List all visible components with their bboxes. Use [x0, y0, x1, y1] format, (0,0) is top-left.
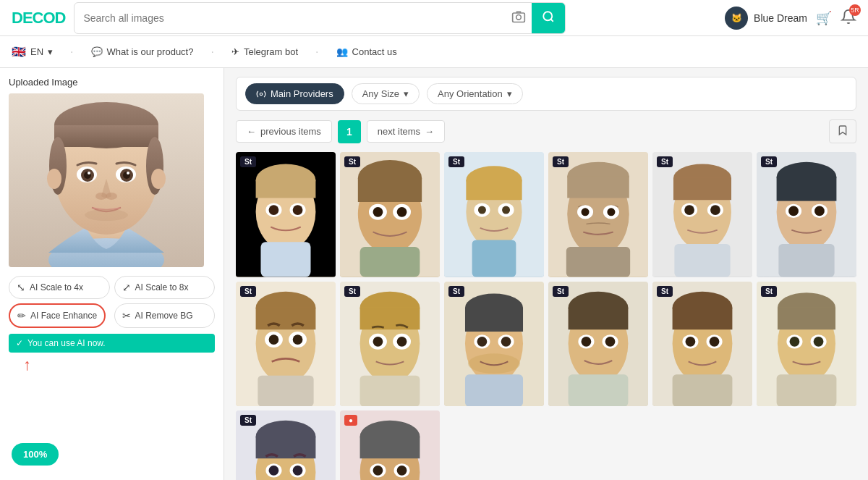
arrow-annotation: ↑ — [23, 355, 215, 374]
scale-8x-icon: ⤢ — [122, 282, 131, 293]
language-label: EN — [30, 46, 43, 57]
svg-point-39 — [373, 207, 383, 217]
svg-point-21 — [95, 193, 107, 200]
svg-point-57 — [582, 208, 590, 216]
prev-items-button[interactable]: ← previous items — [236, 120, 332, 143]
svg-rect-64 — [673, 178, 731, 200]
stock-badge: St — [553, 156, 569, 167]
search-input[interactable] — [75, 7, 506, 30]
svg-point-2 — [544, 12, 553, 20]
image-card[interactable]: St — [340, 282, 440, 407]
image-card[interactable]: St — [236, 282, 336, 407]
image-card[interactable]: St — [757, 282, 856, 407]
logo: DECOD — [12, 9, 65, 28]
svg-rect-28 — [256, 180, 316, 198]
svg-point-95 — [397, 336, 407, 346]
image-card[interactable]: St — [444, 282, 544, 407]
product-info-label: What is our product? — [107, 46, 194, 57]
orientation-filter-label: Any Orientation — [438, 88, 503, 99]
svg-point-150 — [397, 466, 407, 476]
stock-badge: St — [761, 286, 777, 297]
stock-badge: St — [761, 156, 777, 167]
svg-rect-51 — [472, 240, 516, 277]
image-card[interactable]: St — [444, 152, 544, 277]
right-panel: Main Providers Any Size ▾ Any Orientatio… — [224, 68, 868, 480]
main-providers-button[interactable]: Main Providers — [245, 83, 344, 104]
svg-point-123 — [710, 336, 720, 346]
search-button[interactable] — [532, 3, 565, 33]
next-items-label: next items — [378, 126, 420, 137]
image-card[interactable]: St — [340, 152, 440, 277]
svg-point-59 — [607, 208, 615, 216]
stock-badge: St — [657, 286, 673, 297]
svg-rect-33 — [261, 242, 311, 277]
ai-scale-4x-button[interactable]: ⤡ AI Scale to 4x — [9, 276, 110, 299]
zoom-button[interactable]: 100% — [12, 443, 59, 466]
stock-badge: St — [448, 156, 464, 167]
stock-badge: St — [657, 156, 673, 167]
image-card[interactable]: St — [652, 152, 752, 277]
ai-scale-4x-label: AI Scale to 4x — [30, 282, 83, 292]
svg-point-66 — [684, 205, 694, 215]
svg-rect-128 — [778, 307, 835, 329]
svg-point-41 — [397, 207, 407, 217]
stock-badge: St — [448, 286, 464, 297]
notification-bell[interactable]: 5R — [841, 9, 856, 28]
contact-link[interactable]: 👥 Contact us — [336, 46, 397, 57]
image-card[interactable]: St — [236, 152, 336, 277]
camera-button[interactable] — [506, 4, 532, 32]
image-card[interactable]: St — [548, 282, 648, 407]
ai-tools: ⤡ AI Scale to 4x ⤢ AI Scale to 8x ✏ AI F… — [9, 276, 215, 328]
size-chevron-icon: ▾ — [404, 88, 409, 99]
svg-rect-146 — [360, 437, 420, 458]
svg-point-93 — [373, 336, 383, 346]
ai-scale-8x-label: AI Scale to 8x — [135, 282, 189, 292]
language-selector[interactable]: 🇬🇧 EN ▾ — [12, 45, 53, 59]
svg-rect-133 — [777, 374, 837, 406]
svg-point-121 — [686, 336, 696, 346]
stock-badge: St — [553, 286, 569, 297]
prev-arrow-icon: ← — [247, 126, 256, 137]
image-grid: St St — [236, 152, 856, 480]
svg-rect-78 — [778, 244, 834, 277]
svg-rect-115 — [569, 374, 629, 406]
ai-face-enhance-label: AI Face Enhance — [30, 311, 97, 321]
svg-point-1 — [516, 15, 522, 20]
svg-point-148 — [373, 466, 383, 476]
svg-point-12 — [151, 169, 166, 189]
scale-4x-icon: ⤡ — [17, 282, 25, 293]
product-info-link[interactable]: 💬 What is our product? — [91, 46, 194, 57]
image-card[interactable]: ● — [340, 410, 440, 480]
svg-rect-69 — [674, 244, 730, 277]
image-card[interactable]: St — [652, 282, 752, 407]
ai-remove-bg-button[interactable]: ✂ AI Remove BG — [114, 303, 216, 328]
telegram-link[interactable]: ✈ Telegram bot — [231, 46, 298, 57]
ai-notice-text: You can use AI now. — [27, 338, 106, 348]
size-filter-button[interactable]: Any Size ▾ — [352, 83, 420, 104]
svg-point-132 — [814, 336, 824, 346]
nav-bar: 🇬🇧 EN ▾ · 💬 What is our product? · ✈ Tel… — [0, 36, 868, 68]
ai-face-enhance-button[interactable]: ✏ AI Face Enhance — [9, 303, 106, 328]
svg-point-68 — [710, 205, 720, 215]
svg-point-114 — [605, 336, 616, 346]
image-card[interactable]: St — [236, 410, 336, 480]
svg-rect-110 — [569, 307, 629, 329]
svg-rect-60 — [566, 247, 630, 277]
image-card[interactable]: St — [757, 152, 856, 277]
avatar: 🐱 — [725, 7, 748, 30]
cart-icon[interactable]: 🛒 — [816, 10, 832, 26]
ai-scale-8x-button[interactable]: ⤢ AI Scale to 8x — [114, 276, 216, 299]
user-name: Blue Dream — [754, 12, 807, 24]
bookmark-button[interactable] — [829, 119, 856, 143]
image-card[interactable]: St — [548, 152, 648, 277]
svg-rect-37 — [358, 178, 422, 202]
next-items-button[interactable]: next items → — [367, 120, 445, 143]
svg-rect-106 — [465, 374, 523, 406]
svg-rect-46 — [466, 180, 522, 201]
search-bar — [74, 2, 566, 34]
orientation-filter-button[interactable]: Any Orientation ▾ — [427, 83, 523, 104]
uploaded-image — [9, 93, 204, 267]
ai-remove-bg-label: AI Remove BG — [135, 311, 193, 321]
pagination: ← previous items 1 next items → — [236, 119, 856, 143]
svg-rect-87 — [258, 375, 313, 406]
